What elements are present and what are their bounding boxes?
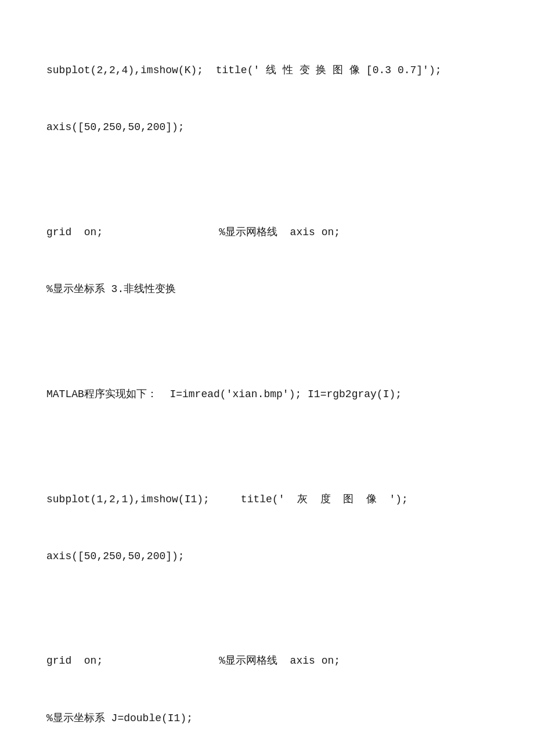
code-line-4: %显示坐标系 3.非线性变换 [46, 280, 488, 299]
code-line-1: subplot(2,2,4),imshow(K); title(' 线 性 变 … [46, 61, 488, 80]
code-line-9: %显示坐标系 J=double(I1); [46, 709, 488, 728]
blank-4 [46, 604, 488, 614]
blank-2 [46, 337, 488, 347]
blank-3 [46, 442, 488, 452]
code-line-2: axis([50,250,50,200]); [46, 118, 488, 137]
code-line-8: grid on;%显示网格线 axis on; [46, 651, 488, 671]
code-line-5: MATLAB程序实现如下： I=imread('xian.bmp'); I1=r… [46, 385, 488, 404]
code-line-3: grid on;%显示网格线 axis on; [46, 223, 488, 242]
code-line-6: subplot(1,2,1),imshow(I1); title(' 灰 度 图… [46, 490, 488, 509]
blank-1 [46, 175, 488, 185]
code-line-7: axis([50,250,50,200]); [46, 547, 488, 566]
code-content: subplot(2,2,4),imshow(K); title(' 线 性 变 … [46, 23, 488, 756]
